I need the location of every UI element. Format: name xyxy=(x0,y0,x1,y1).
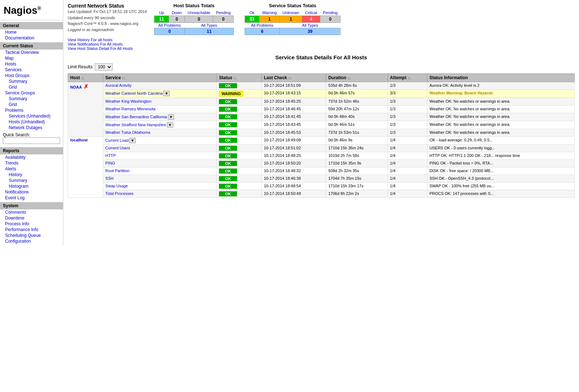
service-link[interactable]: Swap Usage xyxy=(105,184,128,188)
duration-sort-arrows[interactable]: ↑↓ xyxy=(347,76,351,80)
col-host: Host ↑↓ xyxy=(68,74,103,82)
service-dropdown-button[interactable]: ▼ xyxy=(168,114,174,120)
sidebar-item-hosts[interactable]: Hosts xyxy=(0,61,63,67)
host-status-totals: Host Status Totals Up Down Unreachable P… xyxy=(154,3,234,35)
quick-search-input[interactable] xyxy=(3,137,60,144)
sidebar-item-services[interactable]: Services xyxy=(0,67,63,73)
service-dropdown-button[interactable]: ▼ xyxy=(163,91,170,96)
svc-val-pending[interactable]: 0 xyxy=(320,16,340,23)
host-link[interactable]: localhost xyxy=(70,138,88,142)
sidebar-item-documentation[interactable]: Documentation xyxy=(0,35,63,41)
limit-select[interactable]: 100 50 200 xyxy=(95,63,113,71)
host-col-up: Up xyxy=(154,10,169,16)
service-dropdown-button[interactable]: ▼ xyxy=(129,138,136,143)
service-dropdown-button[interactable]: ▼ xyxy=(167,122,173,128)
sidebar-item-hg-summary[interactable]: Summary xyxy=(0,78,63,84)
service-link[interactable]: Auroral Activity xyxy=(105,83,132,88)
svc-val-ok[interactable]: 33 xyxy=(245,16,259,23)
service-link[interactable]: Weather Ramsey Minnesota xyxy=(105,107,156,111)
service-link[interactable]: Weather King Washington xyxy=(105,99,151,103)
attempt-sort-arrows[interactable]: ↑↓ xyxy=(407,76,411,80)
service-link[interactable]: Weather San Bernardino California xyxy=(105,115,167,119)
svc-val-warning[interactable]: 1 xyxy=(259,16,280,23)
status-sort-arrows[interactable]: ↑↓ xyxy=(233,76,237,80)
attempt-cell: 1/3 xyxy=(388,98,427,106)
service-link[interactable]: HTTP xyxy=(105,153,116,158)
duration-cell: 1710d 15h 36m 24s xyxy=(326,145,388,152)
service-sort-arrows[interactable]: ↑↓ xyxy=(122,76,125,80)
sidebar-item-service-groups[interactable]: Service Groups xyxy=(0,90,63,96)
host-error-icon[interactable]: ✗ xyxy=(82,84,88,90)
svc-sub-val-problems[interactable]: 6 xyxy=(245,28,280,35)
status-cell: OK xyxy=(217,121,262,129)
sidebar-item-performance-info[interactable]: Performance Info xyxy=(0,227,63,233)
svc-val-unknown[interactable]: 1 xyxy=(280,16,302,23)
host-val-up[interactable]: 11 xyxy=(154,16,169,23)
svc-sub-val-types[interactable]: 39 xyxy=(280,28,341,35)
service-link[interactable]: Weather Carteret North Carolina xyxy=(105,91,162,95)
sidebar-item-event-log[interactable]: Event Log xyxy=(0,195,63,201)
host-val-pending[interactable]: 0 xyxy=(213,16,233,23)
host-sort-arrows[interactable]: ↑↓ xyxy=(81,76,84,80)
service-details-title: Service Status Details For All Hosts xyxy=(68,54,575,60)
svc-col-unknown: Unknown xyxy=(280,10,302,16)
svc-all-problems-label[interactable]: All Problems xyxy=(245,23,280,28)
sidebar-item-map[interactable]: Map xyxy=(0,55,63,61)
service-link[interactable]: Root Partition xyxy=(105,169,130,173)
service-link[interactable]: Weather Tulsa Oklahoma xyxy=(105,130,150,135)
service-link[interactable]: PING xyxy=(105,161,115,165)
sidebar-item-services-unhandled[interactable]: Services (Unhandled) xyxy=(0,113,63,119)
link-view-history[interactable]: View History For all hosts xyxy=(68,38,147,42)
service-cell: Weather King Washington xyxy=(103,98,217,106)
sidebar-item-scheduling-queue[interactable]: Scheduling Queue xyxy=(0,233,63,238)
sidebar-item-alerts[interactable]: Alerts xyxy=(0,166,63,172)
table-row: Weather Tulsa OklahomaOK10-17-2014 18:45… xyxy=(68,129,575,137)
link-view-notifications[interactable]: View Notifications For All Hosts xyxy=(68,42,147,46)
sidebar-item-configuration[interactable]: Configuration xyxy=(0,238,63,244)
attempt-cell: 1/3 xyxy=(388,113,427,121)
service-link[interactable]: SSH xyxy=(105,176,114,180)
sidebar-item-process-info[interactable]: Process Info xyxy=(0,221,63,227)
sidebar-item-availability[interactable]: Availability xyxy=(0,154,63,160)
service-link[interactable]: Current Load xyxy=(105,138,128,142)
sidebar-item-alerts-summary[interactable]: Summary xyxy=(0,178,63,183)
status-badge: OK xyxy=(219,114,237,119)
host-val-unreachable[interactable]: 0 xyxy=(185,16,213,23)
host-sub-val-problems[interactable]: 0 xyxy=(154,28,185,35)
host-all-problems-label[interactable]: All Problems xyxy=(154,23,185,28)
host-all-types-label[interactable]: All Types xyxy=(185,23,234,28)
sidebar-item-home[interactable]: Home xyxy=(0,29,63,35)
info-cell: Aurora OK: Activity level is 2 xyxy=(427,82,574,90)
sidebar-item-alerts-history[interactable]: History xyxy=(0,172,63,178)
service-link[interactable]: Weather Strafford New Hampshire xyxy=(105,123,166,127)
svc-col-pending: Pending xyxy=(320,10,340,16)
sidebar-item-alerts-histogram[interactable]: Histogram xyxy=(0,183,63,189)
host-link[interactable]: NOAA xyxy=(70,85,82,89)
sidebar-item-comments[interactable]: Comments xyxy=(0,209,63,215)
status-badge: OK xyxy=(219,130,237,135)
sidebar-item-network-outages[interactable]: Network Outages xyxy=(0,125,63,131)
svc-val-critical[interactable]: 4 xyxy=(302,16,320,23)
host-sub-val-types[interactable]: 11 xyxy=(185,28,234,35)
duration-cell: 0d 0h 48m 40s xyxy=(326,113,388,121)
sidebar-item-hosts-unhandled[interactable]: Hosts (Unhandled) xyxy=(0,119,63,125)
link-view-host-status[interactable]: View Host Status Detail For All Hosts xyxy=(68,46,147,51)
sidebar-item-downtime[interactable]: Downtime xyxy=(0,215,63,221)
duration-cell: 0d 0h 46m 51s xyxy=(326,121,388,129)
sidebar-item-sg-grid[interactable]: Grid xyxy=(0,102,63,107)
sidebar-item-host-groups[interactable]: Host Groups xyxy=(0,73,63,78)
last-check-cell: 10-17-2014 18:51:09 xyxy=(262,82,326,90)
lastcheck-sort-arrows[interactable]: ↑↓ xyxy=(288,76,292,80)
service-link[interactable]: Total Processes xyxy=(105,191,134,196)
sidebar-item-sg-summary[interactable]: Summary xyxy=(0,96,63,102)
sidebar-item-trends[interactable]: Trends xyxy=(0,160,63,166)
col-duration: Duration ↑↓ xyxy=(326,74,388,82)
sidebar-item-notifications[interactable]: Notifications xyxy=(0,189,63,195)
host-val-down[interactable]: 0 xyxy=(169,16,185,23)
svc-all-types-label[interactable]: All Types xyxy=(280,23,341,28)
service-link[interactable]: Current Users xyxy=(105,146,130,150)
sidebar-item-problems[interactable]: Problems xyxy=(0,107,63,113)
sidebar-item-hg-grid[interactable]: Grid xyxy=(0,84,63,90)
sidebar-item-tactical-overview[interactable]: Tactical Overview xyxy=(0,50,63,55)
main-content: Current Network Status Last Updated: Fri… xyxy=(63,0,579,246)
